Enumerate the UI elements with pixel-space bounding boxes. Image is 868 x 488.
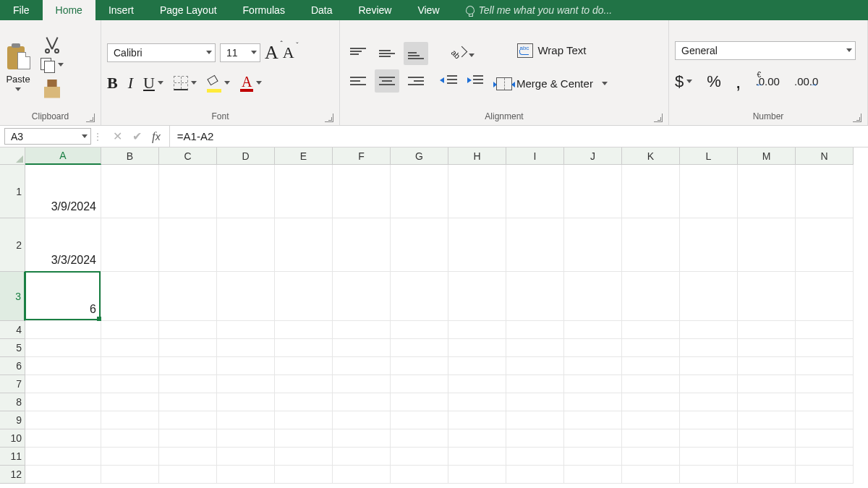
cell-A5[interactable]	[25, 339, 101, 357]
cell-A3[interactable]: 6	[25, 272, 101, 321]
cell-D12[interactable]	[217, 466, 275, 484]
clipboard-dialog-launcher[interactable]	[86, 114, 95, 122]
cell-G6[interactable]	[391, 357, 448, 375]
cell-D8[interactable]	[217, 393, 275, 411]
cell-F3[interactable]	[333, 272, 391, 321]
comma-format-button[interactable]: ,	[736, 70, 741, 93]
cell-B9[interactable]	[101, 411, 159, 429]
cell-L7[interactable]	[680, 375, 738, 393]
cell-N11[interactable]	[796, 448, 854, 466]
cell-C6[interactable]	[159, 357, 217, 375]
cell-B7[interactable]	[101, 375, 159, 393]
cell-C2[interactable]	[159, 218, 217, 272]
format-painter-button[interactable]	[41, 80, 64, 98]
cell-K8[interactable]	[622, 393, 680, 411]
cell-J10[interactable]	[564, 429, 622, 448]
row-header-5[interactable]: 5	[0, 339, 25, 357]
cell-M9[interactable]	[738, 411, 796, 429]
italic-button[interactable]: I	[128, 74, 133, 93]
cell-C10[interactable]	[159, 429, 217, 448]
decrease-indent-button[interactable]	[441, 74, 457, 87]
cell-M1[interactable]	[738, 165, 796, 218]
cell-C3[interactable]	[159, 272, 217, 321]
cell-B8[interactable]	[101, 393, 159, 411]
cell-G3[interactable]	[391, 272, 448, 321]
alignment-dialog-launcher[interactable]	[654, 114, 663, 122]
percent-format-button[interactable]: %	[707, 72, 721, 91]
copy-button[interactable]	[41, 58, 64, 72]
cell-H2[interactable]	[448, 218, 506, 272]
increase-indent-button[interactable]	[467, 74, 483, 87]
cell-I1[interactable]	[506, 165, 564, 218]
cell-B12[interactable]	[101, 466, 159, 484]
column-header-N[interactable]: N	[796, 147, 854, 165]
column-header-J[interactable]: J	[564, 147, 622, 165]
cell-I8[interactable]	[506, 393, 564, 411]
cell-K9[interactable]	[622, 411, 680, 429]
cell-J3[interactable]	[564, 272, 622, 321]
cell-H11[interactable]	[448, 448, 506, 466]
cell-M11[interactable]	[738, 448, 796, 466]
cell-C1[interactable]	[159, 165, 217, 218]
cell-I9[interactable]	[506, 411, 564, 429]
cut-button[interactable]	[41, 36, 64, 51]
column-header-M[interactable]: M	[738, 147, 796, 165]
cell-K2[interactable]	[622, 218, 680, 272]
cell-D4[interactable]	[217, 321, 275, 339]
cell-E2[interactable]	[275, 218, 333, 272]
cell-E9[interactable]	[275, 411, 333, 429]
align-right-button[interactable]	[404, 69, 428, 93]
cell-N5[interactable]	[796, 339, 854, 357]
cell-N8[interactable]	[796, 393, 854, 411]
cell-G5[interactable]	[391, 339, 448, 357]
row-header-11[interactable]: 11	[0, 448, 25, 466]
merge-center-button[interactable]: Merge & Center	[496, 72, 608, 95]
row-header-8[interactable]: 8	[0, 393, 25, 411]
cell-K5[interactable]	[622, 339, 680, 357]
cell-B3[interactable]	[101, 272, 159, 321]
cell-A4[interactable]	[25, 321, 101, 339]
cell-H5[interactable]	[448, 339, 506, 357]
cell-G4[interactable]	[391, 321, 448, 339]
column-header-D[interactable]: D	[217, 147, 275, 165]
decrease-font-button[interactable]: Aˇ	[283, 43, 294, 62]
cell-B6[interactable]	[101, 357, 159, 375]
cell-F6[interactable]	[333, 357, 391, 375]
cell-A1[interactable]: 3/9/2024	[25, 165, 101, 218]
column-header-F[interactable]: F	[333, 147, 391, 165]
row-header-10[interactable]: 10	[0, 429, 25, 448]
cell-N6[interactable]	[796, 357, 854, 375]
cell-I10[interactable]	[506, 429, 564, 448]
cell-L9[interactable]	[680, 411, 738, 429]
cell-L11[interactable]	[680, 448, 738, 466]
cell-K4[interactable]	[622, 321, 680, 339]
cell-B1[interactable]	[101, 165, 159, 218]
paste-dropdown[interactable]	[15, 87, 21, 91]
column-header-A[interactable]: A	[25, 147, 101, 165]
cell-L5[interactable]	[680, 339, 738, 357]
row-header-12[interactable]: 12	[0, 466, 25, 484]
cell-I3[interactable]	[506, 272, 564, 321]
cell-L6[interactable]	[680, 357, 738, 375]
cell-L10[interactable]	[680, 429, 738, 448]
tell-me-search[interactable]: Tell me what you want to do...	[453, 0, 613, 20]
cell-F2[interactable]	[333, 218, 391, 272]
tab-insert[interactable]: Insert	[95, 0, 147, 20]
cell-F10[interactable]	[333, 429, 391, 448]
cell-L12[interactable]	[680, 466, 738, 484]
formula-bar-grip[interactable]: ⋮	[91, 126, 104, 147]
tab-review[interactable]: Review	[346, 0, 405, 20]
cell-L1[interactable]	[680, 165, 738, 218]
cell-A6[interactable]	[25, 357, 101, 375]
cell-D5[interactable]	[217, 339, 275, 357]
cell-A11[interactable]	[25, 448, 101, 466]
column-header-B[interactable]: B	[101, 147, 159, 165]
cell-H10[interactable]	[448, 429, 506, 448]
cell-J1[interactable]	[564, 165, 622, 218]
cell-M3[interactable]	[738, 272, 796, 321]
cell-I11[interactable]	[506, 448, 564, 466]
row-header-4[interactable]: 4	[0, 321, 25, 339]
cell-G1[interactable]	[391, 165, 448, 218]
cell-H3[interactable]	[448, 272, 506, 321]
cell-H6[interactable]	[448, 357, 506, 375]
